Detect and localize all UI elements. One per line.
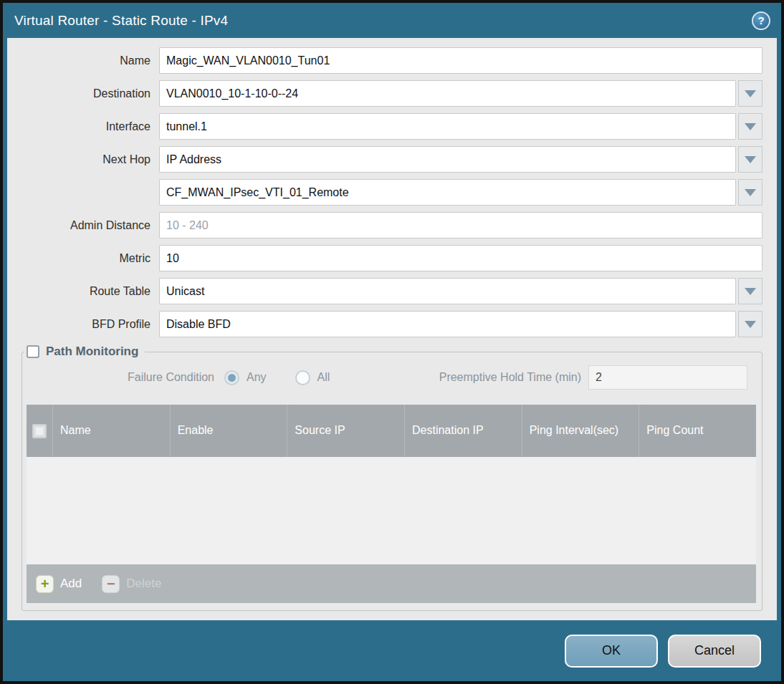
failure-condition-label: Failure Condition [22, 371, 224, 384]
radio-selected-icon [224, 370, 239, 385]
table-footer: + Add − Delete [27, 564, 756, 603]
chevron-down-icon [745, 321, 756, 328]
next-hop-row: Next Hop [7, 146, 763, 173]
chevron-down-icon [745, 189, 756, 196]
dialog-content: Name Destination Interface [7, 38, 777, 620]
metric-label: Metric [7, 252, 159, 265]
interface-label: Interface [7, 120, 159, 133]
chevron-down-icon [745, 156, 756, 163]
dialog-title: Virtual Router - Static Route - IPv4 [14, 13, 228, 29]
chevron-down-icon [745, 123, 756, 130]
minus-icon: − [102, 575, 120, 593]
destination-row: Destination [7, 80, 763, 107]
bfd-profile-row: BFD Profile [7, 311, 763, 337]
interface-row: Interface [7, 113, 763, 140]
route-table-label: Route Table [7, 285, 159, 298]
plus-icon: + [36, 575, 54, 593]
radio-unselected-icon [295, 370, 310, 385]
metric-input[interactable] [159, 245, 763, 271]
column-header-source-ip: Source IP [287, 405, 404, 457]
cancel-button[interactable]: Cancel [668, 635, 761, 668]
admin-distance-label: Admin Distance [7, 219, 159, 232]
table-header: Name Enable Source IP Destination IP Pin… [27, 405, 756, 457]
path-monitoring-controls: Failure Condition Any All Preemptive Hol… [22, 365, 747, 390]
route-table-row: Route Table [7, 278, 763, 304]
failure-condition-any-radio[interactable]: Any [224, 370, 267, 385]
next-hop-address-dropdown-button[interactable] [738, 179, 763, 206]
admin-distance-row: Admin Distance [7, 212, 763, 239]
add-button[interactable]: + Add [36, 575, 82, 593]
chevron-down-icon [745, 90, 756, 97]
interface-input[interactable] [159, 113, 736, 140]
metric-row: Metric [7, 245, 763, 271]
destination-input[interactable] [159, 80, 736, 107]
failure-condition-all-radio[interactable]: All [295, 370, 330, 385]
virtual-router-static-route-dialog: Virtual Router - Static Route - IPv4 ? N… [0, 0, 784, 684]
name-input[interactable] [159, 47, 763, 74]
next-hop-type-dropdown-button[interactable] [738, 146, 763, 173]
preemptive-hold-time-label: Preemptive Hold Time (min) [439, 371, 588, 384]
column-header-ping-interval: Ping Interval(sec) [522, 405, 639, 457]
admin-distance-input[interactable] [159, 212, 763, 239]
interface-dropdown-button[interactable] [738, 113, 763, 140]
select-all-checkbox[interactable] [32, 424, 47, 438]
next-hop-address-row [7, 179, 763, 206]
chevron-down-icon [745, 288, 756, 295]
table-header-checkbox-cell [27, 405, 52, 457]
path-monitoring-checkbox[interactable] [27, 345, 39, 358]
route-table-dropdown-button[interactable] [738, 278, 763, 304]
table-body-empty [27, 457, 756, 564]
next-hop-label: Next Hop [7, 153, 159, 166]
destination-dropdown-button[interactable] [738, 80, 763, 107]
bfd-profile-dropdown-button[interactable] [738, 311, 763, 337]
next-hop-type-input[interactable] [159, 146, 736, 173]
route-table-input[interactable] [159, 278, 736, 304]
help-icon[interactable]: ? [752, 11, 770, 30]
column-header-destination-ip: Destination IP [404, 405, 522, 457]
path-monitoring-title: Path Monitoring [46, 345, 138, 359]
bfd-profile-label: BFD Profile [7, 318, 159, 331]
path-monitoring-legend: Path Monitoring [24, 345, 145, 359]
column-header-ping-count: Ping Count [639, 405, 756, 457]
path-monitoring-table: Name Enable Source IP Destination IP Pin… [27, 405, 756, 603]
titlebar: Virtual Router - Static Route - IPv4 ? [3, 3, 781, 38]
column-header-enable: Enable [170, 405, 287, 457]
ok-button[interactable]: OK [565, 635, 658, 668]
name-label: Name [7, 54, 159, 67]
next-hop-address-input[interactable] [159, 179, 736, 206]
path-monitoring-section: Path Monitoring Failure Condition Any Al… [21, 345, 763, 611]
column-header-name: Name [52, 405, 170, 457]
delete-button[interactable]: − Delete [102, 575, 161, 593]
name-row: Name [7, 47, 763, 74]
preemptive-hold-time-input[interactable] [588, 365, 747, 390]
destination-label: Destination [7, 87, 159, 100]
bfd-profile-input[interactable] [159, 311, 736, 337]
dialog-footer: OK Cancel [3, 620, 781, 681]
